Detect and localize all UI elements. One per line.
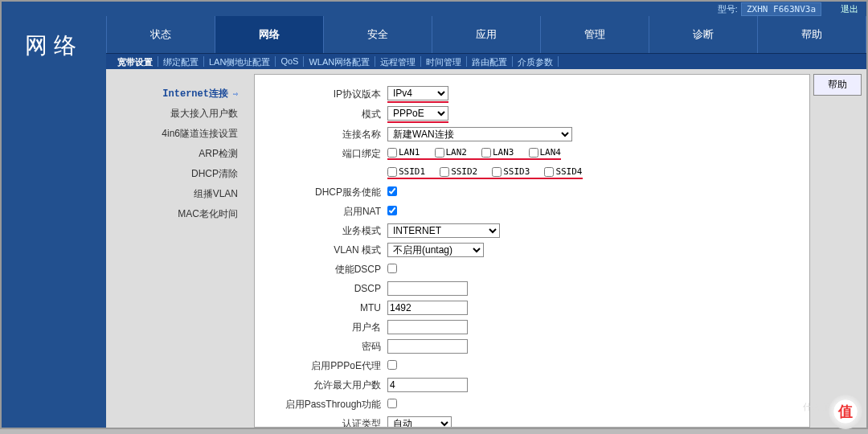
subnav-remote[interactable]: 远程管理 — [375, 56, 421, 67]
label-dscp: DSCP — [263, 283, 387, 294]
checkbox-lan3[interactable]: LAN3 — [481, 147, 514, 158]
label-password: 密码 — [263, 340, 387, 354]
nav-security[interactable]: 安全 — [324, 16, 432, 53]
checkbox-ssid1[interactable]: SSID1 — [387, 166, 425, 177]
label-auth-type: 认证类型 — [263, 417, 387, 428]
top-bar: 型号: ZXHN F663NV3a 退出 — [2, 2, 866, 16]
select-svc-mode[interactable]: INTERNET — [387, 223, 500, 238]
label-max-users: 允许最大用户数 — [263, 379, 387, 392]
input-max-users[interactable] — [387, 378, 468, 392]
label-ip-version: IP协议版本 — [263, 88, 387, 101]
checkbox-dscp-enable[interactable] — [387, 264, 397, 273]
label-vlan-mode: VLAN 模式 — [263, 244, 387, 257]
select-auth-type[interactable]: 自动 — [387, 416, 452, 428]
label-conn-name: 连接名称 — [263, 128, 387, 141]
checkbox-lan1[interactable]: LAN1 — [387, 147, 420, 158]
logout-link[interactable]: 退出 — [841, 3, 858, 15]
checkbox-ssid2[interactable]: SSID2 — [440, 166, 477, 177]
subnav-route[interactable]: 路由配置 — [467, 56, 513, 67]
checkbox-ssid3[interactable]: SSID3 — [492, 166, 530, 177]
sidebar-item-arp[interactable]: ARP检测 — [113, 144, 244, 164]
label-mode: 模式 — [263, 108, 387, 121]
sidebar-item-maxusers[interactable]: 最大接入用户数 — [113, 104, 244, 124]
label-port-bind: 端口绑定 — [263, 147, 387, 161]
sidebar-item-internet[interactable]: Internet连接 — [113, 84, 244, 104]
help-button[interactable]: 帮助 — [813, 74, 862, 96]
watermark-badge: 值 — [828, 394, 863, 429]
main-nav: 状态 网络 安全 应用 管理 诊断 帮助 — [106, 16, 866, 53]
label-passthrough: 启用PassThrough功能 — [263, 398, 387, 411]
form-panel: IP协议版本 IPv4 模式 PPPoE 连接名称 新建WAN连接 端口绑定 — [254, 74, 810, 428]
input-username[interactable] — [387, 320, 468, 334]
input-mtu[interactable] — [387, 301, 468, 315]
label-nat-enable: 启用NAT — [263, 205, 387, 219]
subnav-time[interactable]: 时间管理 — [421, 56, 467, 67]
subnav-binding[interactable]: 绑定配置 — [158, 56, 204, 67]
subnav-qos[interactable]: QoS — [276, 56, 304, 67]
checkbox-dhcp-enable[interactable] — [387, 186, 397, 196]
label-pppoe-proxy: 启用PPPoE代理 — [263, 359, 387, 373]
subnav-broadband[interactable]: 宽带设置 — [113, 56, 158, 67]
sidebar-item-mcvlan[interactable]: 组播VLAN — [113, 184, 244, 204]
select-ip-version[interactable]: IPv4 — [387, 86, 448, 100]
input-password[interactable] — [387, 339, 468, 354]
label-username: 用户名 — [263, 321, 387, 334]
checkbox-lan2[interactable]: LAN2 — [435, 147, 468, 158]
sidebar-item-macage[interactable]: MAC老化时间 — [113, 204, 244, 224]
label-svc-mode: 业务模式 — [263, 224, 387, 238]
label-dscp-enable: 使能DSCP — [263, 263, 387, 276]
brand-title: 网络 — [2, 16, 106, 428]
select-conn-name[interactable]: 新建WAN连接 — [387, 127, 572, 141]
nav-status[interactable]: 状态 — [107, 16, 215, 53]
sidebar-item-4in6[interactable]: 4in6隧道连接设置 — [113, 124, 244, 144]
checkbox-nat-enable[interactable] — [387, 206, 397, 215]
nav-manage[interactable]: 管理 — [541, 16, 649, 53]
checkbox-pppoe-proxy[interactable] — [387, 360, 397, 370]
nav-help[interactable]: 帮助 — [758, 16, 866, 53]
model-label: 型号: — [718, 3, 738, 15]
input-dscp[interactable] — [387, 281, 468, 296]
checkbox-lan4[interactable]: LAN4 — [529, 147, 562, 158]
subnav-wlan[interactable]: WLAN网络配置 — [304, 56, 375, 67]
sidebar: Internet连接 最大接入用户数 4in6隧道连接设置 ARP检测 DHCP… — [106, 69, 251, 428]
label-mtu: MTU — [263, 302, 387, 313]
checkbox-ssid4[interactable]: SSID4 — [544, 166, 582, 177]
nav-diagnose[interactable]: 诊断 — [649, 16, 758, 53]
sidebar-item-dhcp[interactable]: DHCP清除 — [113, 164, 244, 184]
label-dhcp-enable: DHCP服务使能 — [263, 186, 387, 199]
select-vlan-mode[interactable]: 不启用(untag) — [387, 243, 484, 257]
subnav-media[interactable]: 介质参数 — [513, 56, 559, 67]
subnav-lan[interactable]: LAN侧地址配置 — [204, 56, 276, 67]
sub-nav: 宽带设置 绑定配置 LAN侧地址配置 QoS WLAN网络配置 远程管理 时间管… — [106, 53, 866, 69]
nav-network[interactable]: 网络 — [215, 16, 324, 53]
checkbox-passthrough[interactable] — [387, 399, 397, 408]
select-mode[interactable]: PPPoE — [387, 106, 448, 121]
nav-apps[interactable]: 应用 — [432, 16, 541, 53]
model-value: ZXHN F663NV3a — [741, 2, 821, 16]
